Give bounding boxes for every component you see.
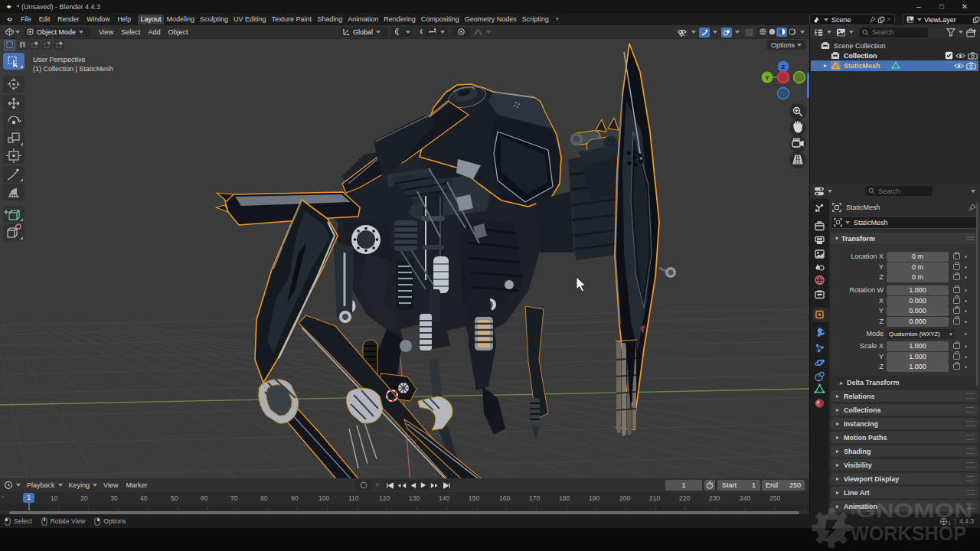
- svg-text:GNOMON: GNOMON: [856, 500, 972, 521]
- svg-text:Y: Y: [765, 74, 769, 81]
- svg-text:Z: Z: [782, 64, 786, 70]
- svg-text:WORKSHOP: WORKSHOP: [851, 523, 966, 544]
- svg-text:THE: THE: [850, 504, 857, 516]
